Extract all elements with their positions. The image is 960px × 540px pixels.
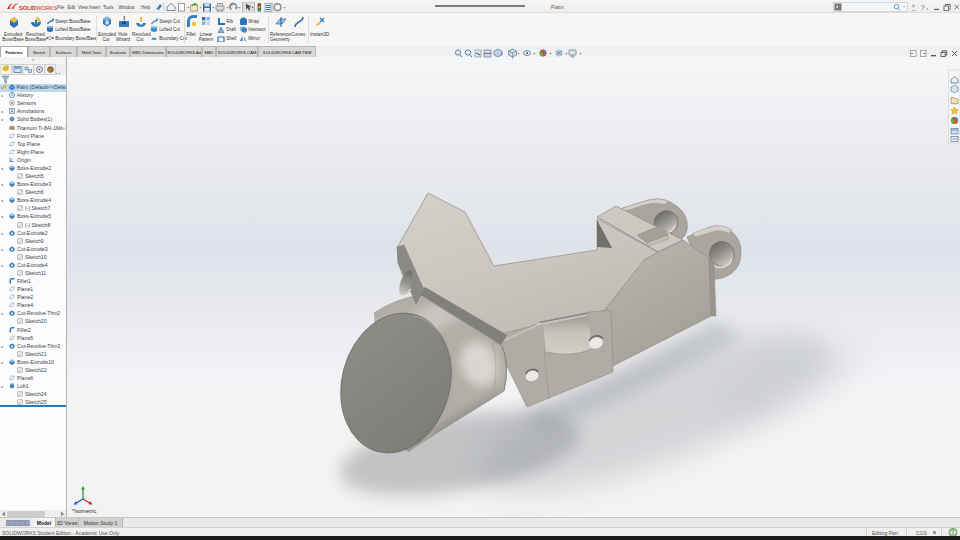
svg-text:WORKS: WORKS xyxy=(36,5,57,11)
svg-text:*Isometric: *Isometric xyxy=(72,508,97,514)
svg-text:SOLID: SOLID xyxy=(19,5,36,11)
svg-text:?: ? xyxy=(921,3,925,10)
